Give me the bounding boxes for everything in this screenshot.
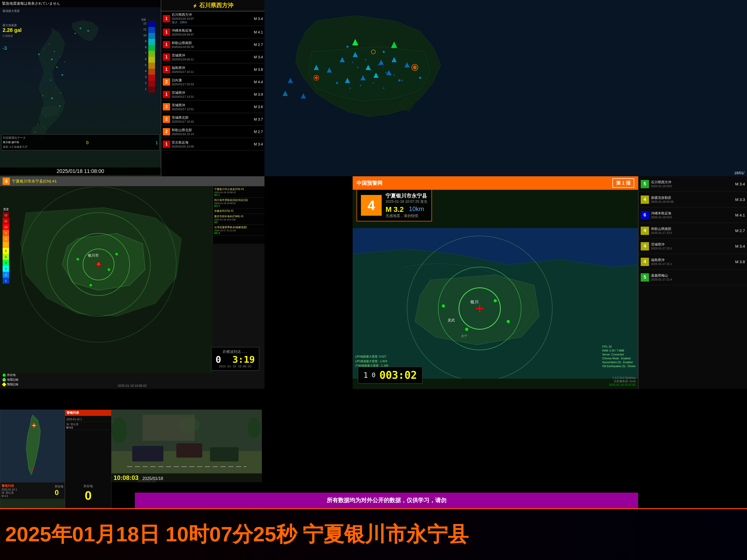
eq-time: 2025/01/16 22:14 xyxy=(172,132,252,135)
eq-item-info: 茨城県沖 2025/01/18 00:11 xyxy=(172,53,252,61)
eq-right-mag: M 3.3 xyxy=(735,197,745,202)
svg-point-15 xyxy=(49,43,50,44)
svg-text:灵武: 灵武 xyxy=(447,318,455,322)
eq-right-info: 石川県西方沖 2025-01-18 09:0 xyxy=(651,180,733,188)
cw-map-area: 银川 灵武 永宁 xyxy=(353,228,638,368)
accel-value: 2.28 gal xyxy=(3,27,22,33)
camera-view: 2025/01/18 10:08:03 2025/01/18 xyxy=(111,410,262,482)
svg-point-95 xyxy=(401,80,403,81)
china-warning-panel: 中国预警网 第 1 报 4 宁夏银川市永宁县 2025-01-18 10:07:… xyxy=(353,176,638,389)
svg-text:11: 11 xyxy=(144,28,147,31)
cw-countdown: 1 0 003:02 xyxy=(358,366,422,384)
china-detail-timestamp: 2025-01-18 10:88:02 xyxy=(0,384,264,388)
eq-right-item: 6 沖縄本島近海 2025-01-18 03:5 M 4.1 xyxy=(639,207,747,223)
svg-point-92 xyxy=(372,82,374,84)
eq-right-rank: 6 xyxy=(641,211,649,219)
eq-right-rank: 4 xyxy=(641,242,649,250)
eq-location: 茨城県沖 xyxy=(172,103,252,108)
svg-rect-29 xyxy=(148,33,155,39)
svg-rect-146 xyxy=(143,415,195,441)
obs-label: 付近観測点データ xyxy=(3,136,158,140)
eq-item-info: 日向灘 2025/01/17 20:33 xyxy=(172,78,252,86)
svg-text:12: 12 xyxy=(144,22,147,25)
eq-right-location: 福島県沖 xyxy=(651,258,733,262)
svg-point-85 xyxy=(357,67,359,68)
eq-item-info: 茨城県沖 2025/01/17 12:51 xyxy=(172,103,252,111)
eq-right-mag: M 2.7 xyxy=(735,228,745,233)
svg-text:9: 9 xyxy=(145,40,147,43)
eq-location: 茨城県沖 xyxy=(172,53,252,58)
station-depth: 震度:-1.5 加速度 0.27 xyxy=(3,145,158,149)
server-version: 1.3.2-fix1-Desktop xyxy=(609,376,636,379)
eq-mag: M 4.4 xyxy=(254,80,263,84)
svg-point-16 xyxy=(54,51,55,52)
no-emergency-bar: 緊急地震速報は発表されていません xyxy=(0,0,161,7)
eq-right-time: 2025-01-18 04:38 xyxy=(651,200,733,203)
eq-right-info: 沖縄本島近海 2025-01-18 03:5 xyxy=(651,211,733,219)
eq-item-info: 宮古島近海 2025/01/16 22:09 xyxy=(172,140,252,148)
countdown-time: 2025-01-18 10:88:02 xyxy=(215,365,255,368)
svg-rect-36 xyxy=(148,75,155,81)
svg-point-86 xyxy=(365,59,366,60)
eq-rank: 1 xyxy=(163,53,170,61)
cw-eq-rank: 4 xyxy=(361,195,382,216)
world-map-panel: No Earthquakes Detected xyxy=(264,0,747,176)
eq-rank: 2 xyxy=(163,78,170,85)
server-local: 当前服务器: local xyxy=(609,379,636,383)
station-location: 東京都 越中島 xyxy=(3,141,19,145)
cw-mag: M 3.2 xyxy=(386,205,404,213)
svg-point-88 xyxy=(378,64,379,66)
svg-point-144 xyxy=(248,417,261,438)
china-map-svg: 银川市 × xyxy=(0,187,213,373)
china-detail-title: 宁夏银川市永宁县(CN) #1 xyxy=(12,179,57,184)
eq-item-info: 茨城県北部 2025/01/17 10:10 xyxy=(172,116,252,123)
svg-rect-33 xyxy=(148,57,155,63)
eq-right-item: 5 嘉義県梅山 2025-01-17 21:4 xyxy=(639,270,747,285)
svg-rect-35 xyxy=(148,69,155,75)
cw-countdown-value: 003:02 xyxy=(379,369,417,381)
svg-text:2: 2 xyxy=(145,81,147,84)
cw-depth: 10km xyxy=(409,205,424,213)
camera-timestamp: 10:08:03 xyxy=(113,474,138,481)
svg-point-87 xyxy=(370,69,371,71)
eq-item-info: 和歌山県南部 2025/01/18 00:38 xyxy=(172,41,252,49)
world-map-svg xyxy=(264,0,747,176)
svg-point-83 xyxy=(419,77,421,79)
eq-right-item: 4 和歌山県南部 2025-01-17 23:3 M 2.7 xyxy=(639,223,747,238)
svg-point-21 xyxy=(60,93,61,94)
world-map-bg xyxy=(264,0,747,176)
taiwan-obs-label: 所在地 xyxy=(55,485,63,488)
svg-point-4 xyxy=(51,58,53,60)
svg-point-7 xyxy=(46,84,48,86)
svg-point-93 xyxy=(383,87,385,89)
eq-right-rank: 5 xyxy=(641,273,649,282)
eq-mag: M 3.6 xyxy=(254,105,263,109)
sub-eq-item: 宁夏银川市云雀县(CN) #1 2025-01-18 10:88:22 M3.2 xyxy=(213,187,264,198)
svg-rect-32 xyxy=(148,51,155,57)
eq-item: 1 宮城県沖 2025/01/17 13:31 M 3.9 xyxy=(161,88,264,101)
eq-mag: M 2.7 xyxy=(254,130,263,134)
public-notice: 所有数据均为对外公开的数据，仅供学习，请勿 xyxy=(135,492,638,508)
tw-max: (TW)地面最大震度: -1.100 xyxy=(355,363,388,368)
eq-right-location: 石川県西方沖 xyxy=(651,180,733,185)
svg-text:5: 5 xyxy=(145,63,147,67)
eq-right-location: 茨城県沖 xyxy=(651,243,733,247)
svg-point-17 xyxy=(59,56,60,57)
svg-point-6 xyxy=(61,74,63,76)
eq-right-time: 2025-01-17 23:1 xyxy=(651,247,733,250)
eq-right-item: 4 茨城県沖 2025-01-17 23:1 M 3.4 xyxy=(639,238,747,254)
eq-time: 2025/01/17 20:33 xyxy=(172,83,252,86)
japan-datetime: 2025/01/18 11:08:00 xyxy=(0,168,161,175)
eq-item: 1 沖縄本島近海 2025/01/18 04:57 M 4.1 xyxy=(161,26,264,39)
eq-time: 2025/01/17 22:11 xyxy=(172,70,252,73)
svg-point-106 xyxy=(76,258,79,260)
eq-right-mag: M 4.1 xyxy=(735,213,745,217)
eq-list-header: ⚡ 石川県西方沖 xyxy=(161,0,264,11)
svg-point-82 xyxy=(398,79,400,81)
eq-right-time: 2025-01-18 09:0 xyxy=(651,185,733,188)
legend-seismic: 地震記録 xyxy=(7,378,19,382)
sub-eq-item: 四川省市雲龍县(旧紅松紀(旧) 2025-01-18 10:88:52 M3.5 xyxy=(213,198,264,208)
eq-right-mag: M 3.8 xyxy=(735,259,745,264)
sub-eq-item: 重庆市部外海外(CWA) #1 2025-01-18 15:5:200 M5 xyxy=(213,214,264,225)
svg-point-22 xyxy=(42,95,43,96)
